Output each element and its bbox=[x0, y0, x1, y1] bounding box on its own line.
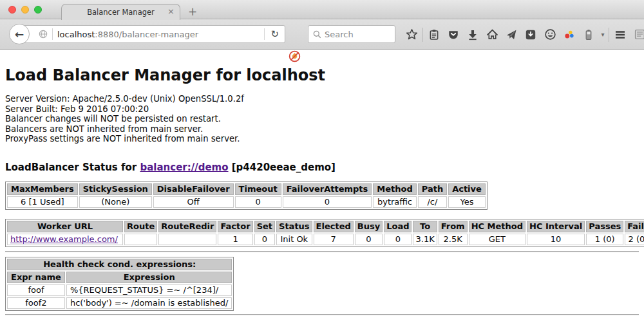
column-header: HC Interval bbox=[527, 221, 585, 232]
column-header: Passes bbox=[586, 221, 623, 232]
table-row: foof %{REQUEST_STATUS} =~ /^[234]/ bbox=[7, 284, 232, 296]
cell-load: 0 bbox=[384, 234, 412, 245]
bookmark-star-icon[interactable] bbox=[402, 19, 421, 50]
column-header: Busy bbox=[355, 221, 383, 232]
url-path: :8880/balancer-manager bbox=[95, 30, 198, 39]
cell-set: 0 bbox=[254, 234, 275, 245]
column-header: Route bbox=[124, 221, 157, 232]
reload-icon[interactable]: ↻ bbox=[264, 28, 285, 40]
close-window-button[interactable] bbox=[8, 6, 16, 14]
column-header: StickySession bbox=[79, 183, 152, 195]
cell-timeout: 0 bbox=[235, 196, 281, 208]
page-title: Load Balancer Manager for localhost bbox=[5, 50, 639, 84]
cell-fails: 2 (0) bbox=[625, 234, 644, 245]
worker-url-link[interactable]: http://www.example.com/ bbox=[10, 234, 118, 244]
heading-prefix: LoadBalancer Status for bbox=[5, 162, 140, 173]
titlebar: Balancer Manager × + bbox=[0, 0, 644, 19]
cell-busy: 0 bbox=[355, 234, 383, 245]
clipboard-icon[interactable] bbox=[424, 19, 444, 50]
cell-failoverattempts: 0 bbox=[283, 196, 372, 208]
cell-expr-name: foof bbox=[7, 284, 65, 296]
tab-balancer-manager[interactable]: Balancer Manager × bbox=[61, 4, 180, 20]
cell-routeredir bbox=[158, 234, 216, 245]
column-header: Elected bbox=[314, 221, 354, 232]
back-button[interactable]: ← bbox=[9, 24, 30, 44]
proxypass-notice-line: ProxyPass settings are NOT inherited fro… bbox=[5, 134, 639, 144]
table-row: http://www.example.com/ 1 0 Init Ok 7 0 … bbox=[7, 234, 644, 245]
column-header: Timeout bbox=[235, 183, 281, 195]
divider bbox=[5, 251, 639, 252]
table-row: 6 [1 Used] (None) Off 0 0 bytraffic /c/ … bbox=[7, 196, 486, 208]
window-controls bbox=[8, 6, 42, 14]
cell-stickysession: (None) bbox=[79, 196, 152, 208]
column-header: To bbox=[413, 221, 437, 232]
cell-expression: %{REQUEST_STATUS} =~ /^[234]/ bbox=[66, 284, 232, 296]
inherit-notice-line: Balancers are NOT inherited from main se… bbox=[5, 124, 639, 135]
battery-extension-icon[interactable] bbox=[579, 19, 598, 50]
emoji-extension-icon[interactable] bbox=[540, 19, 560, 50]
column-header: Expression bbox=[66, 272, 232, 283]
browser-window: Balancer Manager × + ← localhost:8880/ba… bbox=[0, 0, 644, 316]
cell-disablefailover: Off bbox=[153, 196, 234, 208]
send-page-icon[interactable] bbox=[502, 19, 521, 50]
overflow-caret-icon[interactable]: ▾ bbox=[598, 31, 607, 38]
minimize-window-button[interactable] bbox=[21, 6, 29, 14]
maximize-window-button[interactable] bbox=[34, 6, 42, 14]
column-header: Factor bbox=[218, 221, 252, 232]
plugin-blocked-icon[interactable] bbox=[289, 50, 301, 65]
new-tab-button[interactable]: + bbox=[188, 5, 197, 18]
column-header: Active bbox=[448, 183, 486, 195]
navigation-toolbar: ← localhost:8880/balancer-manager ↻ bbox=[0, 19, 644, 50]
colordots-extension-icon[interactable] bbox=[560, 19, 579, 50]
cell-route bbox=[124, 234, 157, 245]
column-header: FailoverAttempts bbox=[283, 183, 372, 195]
balancer-summary-table: MaxMembers StickySession DisableFailover… bbox=[5, 181, 488, 210]
search-bar[interactable] bbox=[308, 25, 395, 43]
toolbar-buttons: ▾ bbox=[402, 19, 644, 50]
worker-table: Worker URL Route RouteRedir Factor Set S… bbox=[5, 219, 644, 247]
page-content: Load Balancer Manager for localhost Serv… bbox=[0, 50, 644, 315]
column-header: HC Method bbox=[469, 221, 526, 232]
sidebar-pages-icon[interactable] bbox=[630, 19, 644, 50]
column-header: Method bbox=[373, 183, 416, 195]
url-domain: localhost bbox=[57, 30, 95, 39]
tab-title: Balancer Manager bbox=[87, 8, 155, 17]
balancer-demo-link[interactable]: balancer://demo bbox=[140, 162, 228, 173]
table-header-row: Worker URL Route RouteRedir Factor Set S… bbox=[7, 221, 644, 232]
pocket-icon[interactable] bbox=[444, 19, 463, 50]
globe-icon bbox=[37, 19, 50, 50]
cell-hc-method: GET bbox=[469, 234, 526, 245]
search-input[interactable] bbox=[325, 30, 389, 39]
column-header: DisableFailover bbox=[153, 183, 234, 195]
table-header-row: MaxMembers StickySession DisableFailover… bbox=[7, 183, 486, 195]
cell-expr-name: foof2 bbox=[7, 297, 65, 309]
cell-active: Yes bbox=[448, 196, 486, 208]
cell-factor: 1 bbox=[218, 234, 252, 245]
health-table-title: Health check cond. expressions: bbox=[7, 259, 232, 270]
column-header: From bbox=[439, 221, 468, 232]
column-header: Set bbox=[254, 221, 275, 232]
downloads-icon[interactable] bbox=[463, 19, 482, 50]
heading-suffix: [p4420eeae_demo] bbox=[229, 162, 336, 173]
table-header-row: Expr name Expression bbox=[7, 272, 232, 283]
column-header: MaxMembers bbox=[7, 183, 78, 195]
menu-hamburger-icon[interactable] bbox=[611, 19, 630, 50]
home-icon[interactable] bbox=[482, 19, 502, 50]
tab-close-icon[interactable]: × bbox=[167, 6, 175, 16]
table-row: foof2 hc('body') =~ /domain is establish… bbox=[7, 297, 232, 309]
cell-status: Init Ok bbox=[276, 234, 312, 245]
server-built-line: Server Built: Feb 9 2016 07:00:20 bbox=[5, 104, 639, 115]
server-info: Server Version: Apache/2.5.0-dev (Unix) … bbox=[5, 94, 639, 144]
column-header: Status bbox=[276, 221, 312, 232]
bottom-divider bbox=[5, 314, 639, 315]
download-helper-icon[interactable] bbox=[521, 19, 540, 50]
persist-notice-line: Balancer changes will NOT be persisted o… bbox=[5, 114, 639, 124]
column-header: RouteRedir bbox=[158, 221, 216, 232]
column-header: Load bbox=[384, 221, 412, 232]
balancer-status-heading: LoadBalancer Status for balancer://demo … bbox=[5, 162, 639, 173]
column-header: Expr name bbox=[7, 272, 65, 283]
cell-method: bytraffic bbox=[373, 196, 416, 208]
cell-path: /c/ bbox=[418, 196, 447, 208]
url-bar[interactable]: localhost:8880/balancer-manager ↻ bbox=[19, 25, 285, 43]
table-title-row: Health check cond. expressions: bbox=[7, 259, 232, 270]
